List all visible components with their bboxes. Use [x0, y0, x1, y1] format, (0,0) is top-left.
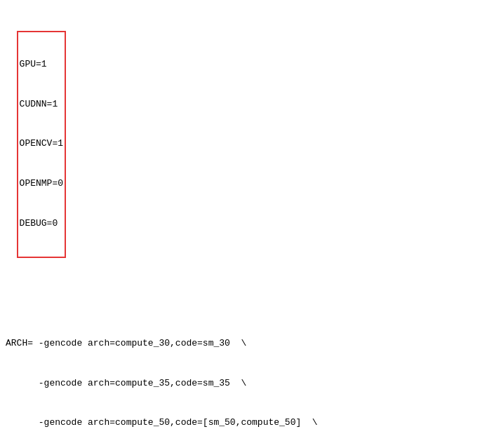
line-blank1 — [6, 285, 481, 298]
line-cudnn: CUDNN=1 — [20, 98, 63, 111]
line-arch3: -gencode arch=compute_50,code=[sm_50,com… — [6, 416, 481, 430]
line-arch1: ARCH= -gencode arch=compute_30,code=sm_3… — [6, 337, 481, 351]
line-debug: DEBUG=0 — [20, 217, 63, 231]
line-openmp: OPENMP=0 — [20, 177, 63, 191]
code-viewer: GPU=1 CUDNN=1 OPENCV=1 OPENMP=0 DEBUG=0 … — [0, 0, 487, 448]
line-opencv: OPENCV=1 — [20, 137, 63, 151]
line-gpu: GPU=1 — [20, 58, 63, 72]
line-arch2: -gencode arch=compute_35,code=sm_35 \ — [6, 377, 481, 391]
var-block: GPU=1 CUDNN=1 OPENCV=1 OPENMP=0 DEBUG=0 — [17, 31, 66, 258]
